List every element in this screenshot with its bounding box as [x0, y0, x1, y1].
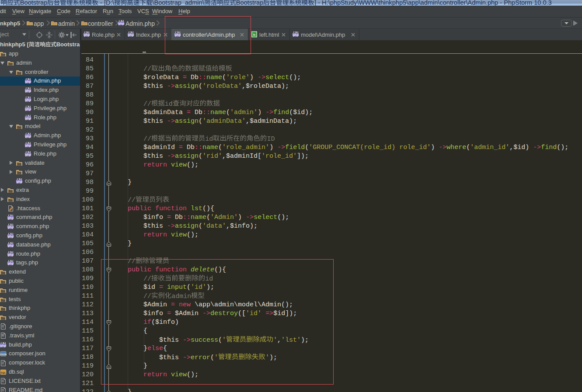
- svg-text:php: php: [118, 22, 124, 25]
- svg-text:php: php: [0, 344, 6, 347]
- svg-text:php: php: [8, 216, 14, 220]
- svg-text:php: php: [8, 225, 14, 229]
- svg-text:php: php: [84, 33, 90, 37]
- svg-text:SQL: SQL: [0, 371, 6, 374]
- svg-text:php: php: [25, 89, 31, 93]
- svg-text:php: php: [25, 80, 31, 83]
- svg-text:php: php: [8, 253, 14, 257]
- svg-text:php: php: [25, 144, 31, 147]
- svg-text:php: php: [8, 244, 14, 247]
- svg-text:h: h: [253, 33, 255, 37]
- svg-text:php: php: [8, 262, 14, 265]
- svg-text:php: php: [128, 33, 134, 37]
- svg-text:php: php: [25, 153, 31, 156]
- svg-text:php: php: [25, 135, 31, 138]
- svg-text:php: php: [8, 235, 14, 238]
- svg-text:php: php: [25, 117, 31, 120]
- svg-text:php: php: [293, 33, 299, 37]
- svg-text:php: php: [17, 180, 22, 184]
- svg-text:php: php: [25, 98, 31, 102]
- svg-text:JSON: JSON: [0, 353, 7, 356]
- svg-text:php: php: [25, 108, 31, 111]
